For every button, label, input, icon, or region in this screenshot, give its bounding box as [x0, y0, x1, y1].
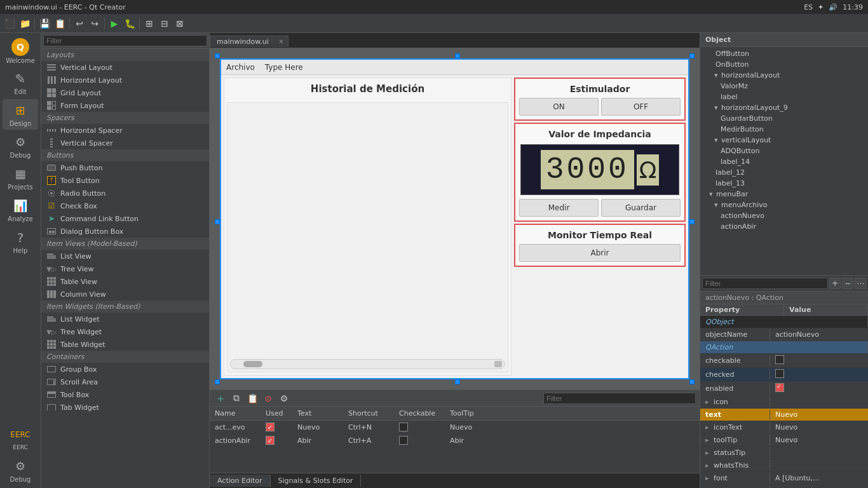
sidebar-projects[interactable]: ▦ Projects: [3, 163, 38, 193]
widget-radio-button[interactable]: Radio Button: [41, 187, 209, 200]
tree-actionabir[interactable]: actionAbir: [700, 221, 868, 232]
action-row-abrir[interactable]: actionAbir Abir Ctrl+A Abir: [210, 434, 700, 447]
tree-label12[interactable]: label_12: [700, 167, 868, 178]
checked-prop-checkbox[interactable]: [775, 369, 784, 378]
widget-horizontal-spacer[interactable]: Horizontal Spacer: [41, 124, 209, 137]
tree-actionnuevo[interactable]: actionNuevo: [700, 210, 868, 221]
widget-horizontal-layout[interactable]: Horizontal Layout: [41, 74, 209, 86]
tree-onbutton[interactable]: OnButton: [700, 59, 868, 70]
action-settings-btn[interactable]: ⚙: [277, 391, 291, 405]
off-button[interactable]: OFF: [601, 98, 681, 116]
toolbar-save-btn[interactable]: 💾: [37, 17, 51, 30]
tree-menubar[interactable]: ▾ menuBar: [700, 189, 868, 200]
prop-checked[interactable]: checked: [700, 368, 868, 382]
form-canvas[interactable]: Archivo Type Here Historial de Medición: [210, 48, 700, 390]
on-button[interactable]: ON: [519, 98, 599, 116]
widget-form-layout[interactable]: Form Layout: [41, 99, 209, 112]
widget-grid-layout[interactable]: Grid Layout: [41, 86, 209, 99]
tree-hlayout[interactable]: ▾ horizontalLayout: [700, 70, 868, 81]
toolbar-run-btn[interactable]: ▶: [107, 17, 121, 30]
sidebar-eerc[interactable]: EERC EERC: [3, 423, 38, 454]
sidebar-debug2[interactable]: ⚙ Debug: [3, 455, 38, 485]
used-checkbox-abrir[interactable]: [266, 436, 275, 445]
prop-remove-btn[interactable]: −: [842, 278, 853, 289]
widget-list-view[interactable]: List View: [41, 250, 209, 262]
tab-signals-slots[interactable]: Signals & Slots Editor: [271, 475, 362, 487]
abrir-button[interactable]: Abrir: [519, 244, 681, 262]
tab-close-btn[interactable]: ✕: [278, 38, 283, 45]
widget-dialog-button-box[interactable]: Dialog Button Box: [41, 225, 209, 238]
prop-whatsthis[interactable]: ▸ whatsThis: [700, 459, 868, 472]
tree-vlayout[interactable]: ▾ verticalLayout: [700, 135, 868, 146]
prop-filter-input[interactable]: [702, 278, 828, 289]
widget-tool-button[interactable]: T Tool Button: [41, 174, 209, 187]
action-filter-input[interactable]: [543, 393, 696, 404]
toolbar-debug-btn[interactable]: 🐛: [123, 17, 137, 30]
sidebar-edit[interactable]: ✎ Edit: [3, 67, 38, 98]
widget-table-widget[interactable]: Table Widget: [41, 338, 209, 351]
action-paste-btn[interactable]: 📋: [245, 391, 259, 405]
prop-menu-btn[interactable]: ⋯: [855, 278, 866, 289]
tree-medirbutton[interactable]: MedirButton: [700, 124, 868, 135]
prop-tooltip[interactable]: ▸ toolTip Nuevo: [700, 434, 868, 447]
widget-check-box[interactable]: ☑ Check Box: [41, 200, 209, 212]
sidebar-design[interactable]: ⊞ Design: [3, 99, 38, 130]
toolbar-redo-btn[interactable]: ↪: [88, 17, 102, 30]
tree-valormz[interactable]: ValorMz: [700, 81, 868, 92]
widget-scroll-area[interactable]: Scroll Area: [41, 376, 209, 388]
prop-icontext[interactable]: ▸ iconText Nuevo: [700, 421, 868, 434]
tree-menuarchivo[interactable]: ▾ menuArchivo: [700, 200, 868, 210]
tree-label[interactable]: label: [700, 92, 868, 102]
toolbar-undo-btn[interactable]: ↩: [72, 17, 86, 30]
sidebar-help[interactable]: ? Help: [3, 226, 38, 257]
prop-add-btn[interactable]: +: [829, 278, 841, 289]
widget-tool-box[interactable]: Tool Box: [41, 388, 209, 401]
tree-adqbutton[interactable]: ADQButton: [700, 146, 868, 156]
prop-font[interactable]: ▸ font A [Ubuntu,...: [700, 472, 868, 485]
prop-shortcut[interactable]: ▸ shortcut Ctrl+N: [700, 485, 868, 488]
action-new-btn[interactable]: +: [214, 391, 227, 405]
medir-button[interactable]: Medir: [519, 199, 599, 217]
toolbar-new-btn[interactable]: ⬛: [3, 17, 17, 30]
widget-tree-view[interactable]: ▼▷ Tree View: [41, 262, 209, 275]
checkable-checkbox-nuevo[interactable]: [399, 423, 408, 431]
widget-vertical-spacer[interactable]: Vertical Spacer: [41, 137, 209, 149]
prop-text[interactable]: text Nuevo: [700, 409, 868, 421]
widget-filter-input[interactable]: [43, 35, 207, 46]
menu-typehere[interactable]: Type Here: [262, 62, 306, 73]
action-row-nuevo[interactable]: act...evo Nuevo Ctrl+N Nuevo: [210, 421, 700, 434]
widget-tree-widget[interactable]: ▼▷ Tree Widget: [41, 325, 209, 338]
enabled-prop-checkbox[interactable]: [775, 383, 784, 392]
sidebar-analyze[interactable]: 📊 Analyze: [3, 194, 38, 225]
widget-tab-widget[interactable]: Tab Widget: [41, 401, 209, 414]
toolbar-saveas-btn[interactable]: 📋: [53, 17, 67, 30]
widget-push-button[interactable]: Push Button: [41, 161, 209, 174]
toolbar-grid-btn[interactable]: ⊟: [158, 17, 172, 30]
prop-statustip[interactable]: ▸ statusTip: [700, 447, 868, 459]
checkable-prop-checkbox[interactable]: [775, 355, 784, 364]
tree-label13[interactable]: label_13: [700, 178, 868, 189]
used-checkbox-nuevo[interactable]: [266, 423, 275, 431]
widget-group-box[interactable]: Group Box: [41, 363, 209, 376]
action-delete-btn[interactable]: ⊘: [261, 391, 275, 405]
widget-column-view[interactable]: Column View: [41, 288, 209, 301]
widget-command-link-button[interactable]: ➤ Command Link Button: [41, 212, 209, 225]
prop-objectname[interactable]: objectName actionNuevo: [700, 329, 868, 341]
tree-offbutton[interactable]: OffButton: [700, 48, 868, 59]
prop-checkable[interactable]: checkable: [700, 354, 868, 368]
guardar-button[interactable]: Guardar: [601, 199, 681, 217]
tab-action-editor[interactable]: Action Editor: [210, 475, 271, 487]
toolbar-layout-btn[interactable]: ⊞: [142, 17, 156, 30]
toolbar-align-btn[interactable]: ⊠: [173, 17, 187, 30]
tree-hlayout9[interactable]: ▾ horizontalLayout_9: [700, 102, 868, 113]
widget-vertical-layout[interactable]: Vertical Layout: [41, 61, 209, 74]
tree-label14[interactable]: label_14: [700, 156, 868, 167]
prop-enabled[interactable]: enabled: [700, 382, 868, 396]
tree-guardarbutton[interactable]: GuardarButton: [700, 113, 868, 124]
sidebar-debug[interactable]: ⚙ Debug: [3, 131, 38, 161]
widget-table-view[interactable]: Table View: [41, 275, 209, 288]
sidebar-welcome[interactable]: Q Welcome: [3, 36, 38, 66]
prop-icon[interactable]: ▸ icon: [700, 396, 868, 409]
action-copy-btn[interactable]: ⧉: [229, 391, 243, 405]
widget-list-widget[interactable]: List Widget: [41, 313, 209, 325]
